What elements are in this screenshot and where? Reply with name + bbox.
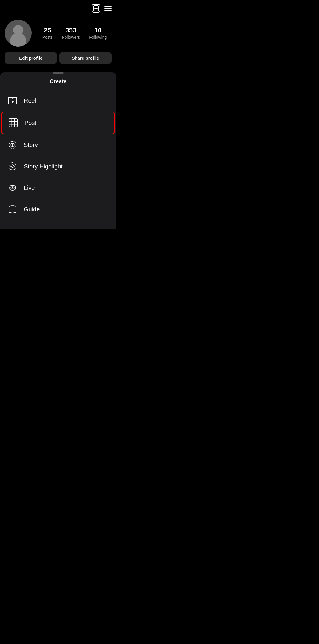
- followers-stat[interactable]: 353 Followers: [62, 27, 80, 40]
- header: [0, 0, 116, 15]
- svg-rect-5: [9, 119, 17, 127]
- menu-item-post[interactable]: Post: [1, 112, 115, 134]
- svg-marker-4: [12, 100, 14, 103]
- avatar[interactable]: [5, 20, 32, 47]
- post-icon: [8, 117, 18, 128]
- reel-label: Reel: [24, 97, 36, 104]
- create-menu: Reel Post: [0, 90, 116, 229]
- svg-point-14: [9, 163, 16, 170]
- guide-label: Guide: [24, 206, 40, 213]
- menu-item-live[interactable]: Live: [1, 177, 115, 199]
- post-label: Post: [24, 120, 36, 126]
- drag-handle[interactable]: [53, 72, 64, 74]
- menu-item-story[interactable]: Story: [1, 134, 115, 156]
- menu-item-guide[interactable]: Guide: [1, 199, 115, 220]
- edit-profile-button[interactable]: Edit profile: [5, 52, 57, 64]
- new-post-icon[interactable]: [92, 4, 100, 13]
- svg-point-16: [12, 187, 13, 189]
- sheet-title: Create: [0, 75, 116, 90]
- share-profile-button[interactable]: Share profile: [59, 52, 112, 64]
- profile-stats: 25 Posts 353 Followers 10 Following: [38, 27, 112, 40]
- hamburger-menu-icon[interactable]: [104, 6, 112, 11]
- story-label: Story: [24, 142, 38, 148]
- reel-icon: [7, 95, 18, 106]
- profile-section: 25 Posts 353 Followers 10 Following: [0, 15, 116, 50]
- profile-actions: Edit profile Share profile: [0, 50, 116, 69]
- story-highlight-icon: [7, 161, 18, 172]
- live-icon: [7, 182, 18, 193]
- story-icon: [7, 140, 18, 150]
- menu-item-reel[interactable]: Reel: [1, 90, 115, 112]
- svg-point-15: [11, 165, 14, 168]
- create-bottom-sheet: Create Reel: [0, 72, 116, 229]
- following-stat[interactable]: 10 Following: [89, 27, 107, 40]
- live-label: Live: [24, 185, 35, 191]
- story-highlight-label: Story Highlight: [24, 163, 63, 170]
- menu-item-story-highlight[interactable]: Story Highlight: [1, 156, 115, 177]
- guide-icon: [7, 204, 18, 215]
- posts-stat[interactable]: 25 Posts: [42, 27, 53, 40]
